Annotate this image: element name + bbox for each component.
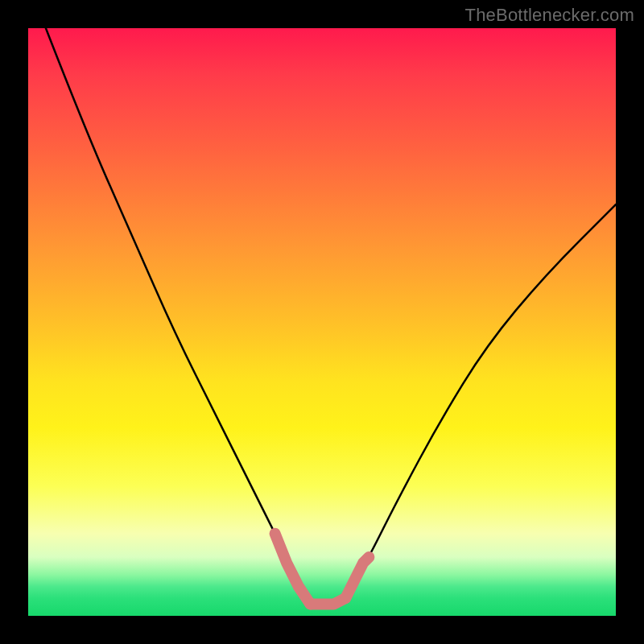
outer-frame: TheBottlenecker.com xyxy=(0,0,644,644)
highlight-right-knee xyxy=(345,557,369,598)
watermark-text: TheBottlenecker.com xyxy=(465,5,634,26)
highlight-left-knee xyxy=(275,534,311,605)
highlight-group xyxy=(275,534,369,605)
chart-svg xyxy=(0,0,644,644)
bottleneck-curve-path xyxy=(46,28,616,604)
